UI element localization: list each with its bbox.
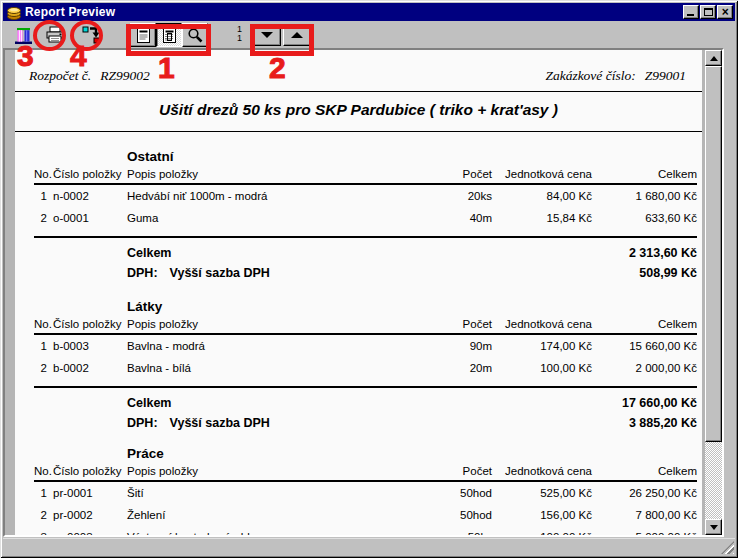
table-row: 1b-0003Bavlna - modrá90m174,00 Kč15 660,…	[34, 335, 697, 357]
cell-qty: 50hod	[412, 482, 492, 504]
cell-total: 633,60 Kč	[592, 207, 697, 229]
budget-number-value: RZ99002	[100, 68, 150, 83]
cell-desc: Hedvábí niť 1000m - modrá	[127, 185, 412, 207]
table-row: 2b-0002Bavlna - bílá20m100,00 Kč2 000,00…	[34, 357, 697, 379]
column-header-no: No.	[34, 318, 53, 330]
total-rule	[34, 386, 697, 388]
table-row: 2pr-0002Žehlení50hod156,00 Kč7 800,00 Kč	[34, 504, 697, 526]
previous-page-button[interactable]	[283, 24, 311, 46]
vertical-scrollbar[interactable]	[705, 50, 722, 535]
column-header-qty: Počet	[412, 465, 492, 477]
print-button[interactable]	[43, 24, 67, 46]
budget-number: Rozpočet č.RZ99002	[29, 68, 150, 84]
export-button[interactable]	[79, 24, 103, 46]
cell-code: b-0003	[53, 335, 127, 357]
close-button[interactable]: ×	[717, 5, 733, 19]
column-header-code: Číslo položky	[53, 318, 127, 330]
zoom-button[interactable]	[182, 23, 208, 47]
cell-qty: 20ks	[412, 185, 492, 207]
cell-desc: Bavlna - modrá	[127, 335, 412, 357]
report-preview-window: Report Preview ×	[0, 0, 738, 558]
cell-total: 5 000,00 Kč	[592, 526, 697, 535]
maximize-button[interactable]	[700, 5, 716, 19]
page-indicator: 1 1	[237, 25, 242, 43]
budget-number-label: Rozpočet č.	[29, 68, 91, 83]
cell-desc: Žehlení	[127, 504, 412, 526]
magnifier-icon	[187, 27, 204, 44]
vat-name: Vyšší sazba DPH	[170, 264, 270, 282]
cell-code: b-0002	[53, 357, 127, 379]
cell-code: pr-0003	[53, 526, 127, 535]
cell-desc: Šití	[127, 482, 412, 504]
report-section: OstatníNo.Číslo položkyPopis položkyPoče…	[34, 149, 697, 282]
minimize-icon	[687, 14, 694, 16]
report-section: PráceNo.Číslo položkyPopis položkyPočetJ…	[34, 446, 697, 535]
cell-no: 2	[34, 207, 53, 229]
section-total-row: Celkem2 313,60 Kč	[34, 244, 697, 262]
status-bar	[3, 538, 735, 555]
close-icon: ×	[721, 7, 728, 17]
column-header-desc: Popis položky	[127, 168, 412, 180]
column-header-total: Celkem	[592, 318, 697, 330]
scroll-down-button[interactable]	[705, 519, 722, 535]
cell-no: 1	[34, 185, 53, 207]
column-header-code: Číslo položky	[53, 168, 127, 180]
vat-label: DPH:	[127, 264, 158, 282]
cell-qty: 20m	[412, 357, 492, 379]
minimize-button[interactable]	[683, 5, 699, 19]
divider	[15, 131, 702, 132]
section-title: Práce	[127, 446, 697, 461]
cell-unit: 100,00 Kč	[492, 357, 592, 379]
cell-total: 2 000,00 Kč	[592, 357, 697, 379]
cell-total: 26 250,00 Kč	[592, 482, 697, 504]
resize-grip[interactable]	[721, 541, 734, 554]
maximize-icon	[704, 8, 713, 16]
cell-unit: 174,00 Kč	[492, 335, 592, 357]
cell-qty: 90m	[412, 335, 492, 357]
cell-code: pr-0002	[53, 504, 127, 526]
cell-total: 1 680,00 Kč	[592, 185, 697, 207]
cell-unit: 156,00 Kč	[492, 504, 592, 526]
section-total-row: Celkem17 660,00 Kč	[34, 394, 697, 412]
order-number: Zakázkové číslo:Z99001	[545, 68, 686, 84]
vat-label: DPH:	[127, 414, 158, 432]
scrollbar-thumb[interactable]	[705, 66, 722, 442]
table-row: 3pr-0003Výstupní kontrola výrobku50ks100…	[34, 526, 697, 535]
cell-unit: 100,00 Kč	[492, 526, 592, 535]
total-label: Celkem	[127, 244, 171, 262]
column-header-qty: Počet	[412, 168, 492, 180]
cell-no: 2	[34, 357, 53, 379]
printer-icon	[45, 26, 65, 44]
exit-door-icon	[14, 25, 34, 45]
next-page-button[interactable]	[253, 24, 281, 46]
column-header-code: Číslo položky	[53, 465, 127, 477]
page-width-view-button[interactable]	[156, 23, 182, 47]
column-header-total: Celkem	[592, 465, 697, 477]
scroll-up-button[interactable]	[705, 50, 722, 66]
whole-page-view-button[interactable]	[130, 23, 156, 47]
titlebar[interactable]: Report Preview ×	[3, 3, 735, 21]
preview-area: Rozpočet č.RZ99002 Zakázkové číslo:Z9900…	[3, 48, 724, 537]
report-header-row: Rozpočet č.RZ99002 Zakázkové číslo:Z9900…	[15, 50, 702, 84]
column-header-desc: Popis položky	[127, 465, 412, 477]
report-page: Rozpočet č.RZ99002 Zakázkové číslo:Z9900…	[15, 50, 702, 535]
total-rule	[34, 236, 697, 238]
column-header-unit: Jednotková cena	[492, 318, 592, 330]
table-row: 1n-0002Hedvábí niť 1000m - modrá20ks84,0…	[34, 185, 697, 207]
cell-no: 2	[34, 504, 53, 526]
vat-amount: 3 885,20 Kč	[270, 414, 697, 432]
cell-qty: 50hod	[412, 504, 492, 526]
cell-desc: Bavlna - bílá	[127, 357, 412, 379]
cell-unit: 84,00 Kč	[492, 185, 592, 207]
column-header-no: No.	[34, 465, 53, 477]
whole-page-icon	[137, 28, 150, 43]
cell-code: n-0002	[53, 185, 127, 207]
vat-name: Vyšší sazba DPH	[170, 414, 270, 432]
page-total: 1	[237, 34, 242, 43]
scroll-down-icon	[710, 525, 718, 530]
column-header-row: No.Číslo položkyPopis položkyPočetJednot…	[34, 462, 697, 477]
exit-preview-button[interactable]	[12, 24, 36, 46]
export-data-icon	[82, 26, 100, 44]
total-amount: 17 660,00 Kč	[171, 394, 697, 412]
cell-code: pr-0001	[53, 482, 127, 504]
